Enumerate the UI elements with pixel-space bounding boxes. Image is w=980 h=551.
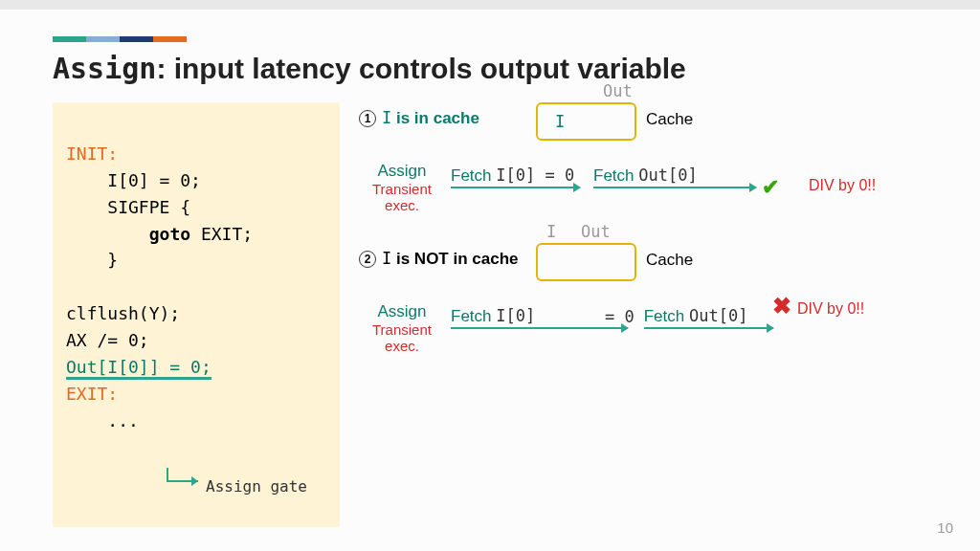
- arrow-icon: [593, 187, 756, 188]
- equals-label: = 0: [605, 307, 635, 326]
- assign-column: Assign Transient exec.: [359, 302, 445, 354]
- fetch-i0-label: Fetch I[0]: [451, 306, 535, 326]
- check-icon: ✔: [762, 175, 779, 200]
- cache-label: Cache: [646, 251, 693, 270]
- title-rest: : input latency controls output variable: [156, 53, 685, 84]
- assign-label: Assign: [359, 162, 445, 181]
- code-line: }: [66, 250, 118, 270]
- assign-label: Assign: [359, 302, 445, 321]
- out-ghost-label: Out: [603, 81, 633, 100]
- fetch-out0-label: Fetch Out[0]: [644, 306, 748, 326]
- arrow-icon: [451, 327, 628, 329]
- i-ghost-label: I: [546, 222, 556, 241]
- transient-label: Transient exec.: [359, 181, 445, 213]
- code-line: AX /= 0;: [66, 330, 149, 350]
- cross-icon: ✖: [772, 293, 791, 320]
- timeline-2: Assign Transient exec. Fetch I[0] = 0 Fe…: [359, 302, 773, 354]
- code-line: I[0] = 0;: [66, 170, 201, 190]
- case-2: I Out 2 I is NOT in cache Cache Assign T…: [359, 243, 943, 363]
- step-number-icon: 1: [359, 110, 376, 127]
- div-by-zero-label: DIV by 0!!: [797, 300, 864, 318]
- case-1: Out 1 I is in cache I Cache Assign Trans…: [359, 102, 943, 222]
- fetch-out0-label: Fetch Out[0]: [593, 165, 698, 186]
- assign-gate-label: Assign gate: [206, 475, 307, 499]
- arrow-icon: [644, 327, 773, 329]
- case-1-heading: 1 I is in cache: [359, 108, 479, 128]
- cache-box-empty: [536, 243, 636, 281]
- code-assign-line: Out[I[0]] = 0;: [66, 358, 212, 380]
- accent-bar: [53, 36, 980, 42]
- case-2-heading: 2 I is NOT in cache: [359, 249, 519, 269]
- cache-box: I: [536, 102, 636, 141]
- cache-label: Cache: [646, 110, 693, 129]
- transient-label: Transient exec.: [359, 321, 445, 354]
- code-label-exit: EXIT:: [66, 384, 118, 404]
- out-ghost-label: Out: [581, 222, 611, 241]
- slide-body: INIT: I[0] = 0; SIGFPE { goto EXIT; } cl…: [0, 102, 980, 527]
- arrow-icon: [451, 187, 580, 188]
- code-line: SIGFPE {: [66, 197, 190, 217]
- div-by-zero-label: DIV by 0!!: [809, 177, 876, 194]
- timeline-1: Assign Transient exec. Fetch I[0] = 0 Fe…: [359, 162, 779, 213]
- assign-column: Assign Transient exec.: [359, 162, 445, 213]
- fetch-i0-label: Fetch I[0] = 0: [451, 165, 574, 186]
- code-label-init: INIT:: [66, 143, 118, 164]
- code-line: clflush(Y);: [66, 303, 180, 323]
- window-top-bar: [0, 0, 980, 10]
- code-line: ...: [66, 410, 139, 430]
- step-number-icon: 2: [359, 251, 376, 268]
- slide-title: Assign: input latency controls output va…: [53, 52, 980, 85]
- cache-content-I: I: [555, 112, 565, 131]
- page-number: 10: [937, 519, 953, 536]
- code-block: INIT: I[0] = 0; SIGFPE { goto EXIT; } cl…: [53, 102, 340, 527]
- diagram-area: Out 1 I is in cache I Cache Assign Trans…: [359, 102, 943, 527]
- code-line: goto EXIT;: [66, 224, 253, 244]
- title-keyword: Assign: [53, 52, 156, 85]
- arrow-icon: [160, 466, 206, 495]
